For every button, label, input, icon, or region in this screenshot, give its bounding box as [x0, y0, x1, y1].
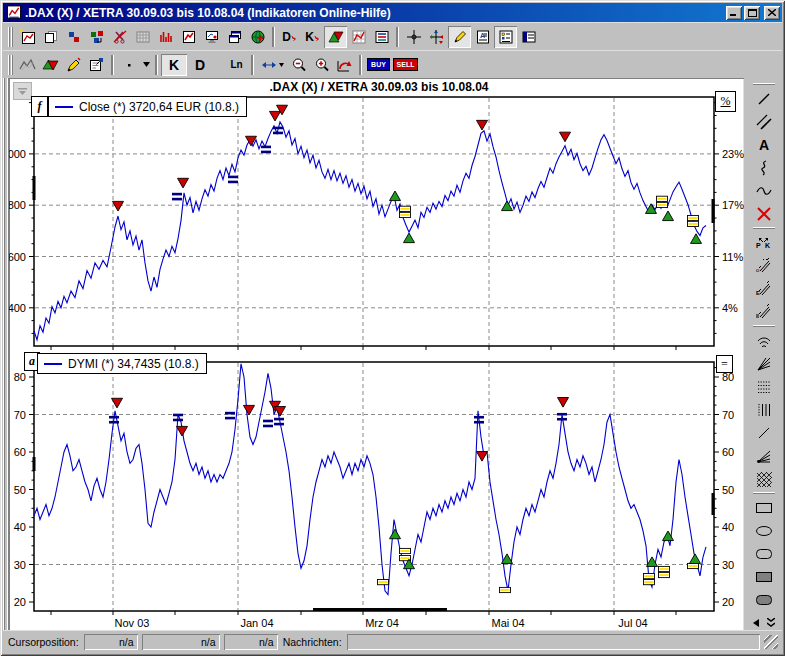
- toolbar-grip[interactable]: [7, 27, 14, 47]
- legend-line-sample: [55, 106, 73, 108]
- trend-pencil-e-icon[interactable]: E: [749, 277, 778, 300]
- weekly-button[interactable]: K: [301, 26, 324, 48]
- toolbar-separator: [396, 27, 399, 47]
- toolbar-grip[interactable]: [753, 83, 775, 85]
- minimize-button[interactable]: [726, 6, 742, 20]
- object-list-button[interactable]: [494, 26, 517, 48]
- toolbar-grip[interactable]: [753, 227, 775, 229]
- properties-icon[interactable]: [85, 54, 108, 76]
- toolbar-grip[interactable]: [7, 55, 14, 75]
- svg-text:3800: 3800: [9, 199, 26, 211]
- indicator-list-icon[interactable]: [370, 26, 393, 48]
- crosshair-icon[interactable]: [402, 26, 425, 48]
- volume-icon[interactable]: [154, 26, 177, 48]
- title-bar[interactable]: .DAX (X) / XETRA 30.09.03 bis 10.08.04 (…: [3, 3, 782, 22]
- bar-label: D: [195, 58, 205, 72]
- svg-text:11%: 11%: [722, 251, 743, 263]
- point-style-button[interactable]: [117, 54, 140, 76]
- candle-chart-button[interactable]: K: [161, 54, 187, 76]
- ellipse-icon[interactable]: [749, 519, 778, 542]
- maximize-button[interactable]: [744, 6, 760, 20]
- toolbar-separator: [359, 55, 362, 75]
- svg-text:Jul 04: Jul 04: [618, 617, 647, 629]
- toolbar-grip[interactable]: [753, 492, 775, 494]
- drawing-toolbar: A PK o E: [745, 79, 782, 631]
- filled-rectangle-icon[interactable]: [749, 565, 778, 588]
- candle-label: K: [169, 58, 179, 72]
- cursor-position-label: Cursorposition:: [5, 636, 82, 648]
- portfolio-icon[interactable]: [85, 26, 108, 48]
- cursor-y-field: n/a: [224, 634, 278, 650]
- bar-chart-button[interactable]: D: [187, 54, 213, 76]
- buy-button[interactable]: BUY: [365, 54, 392, 76]
- grid-icon[interactable]: [131, 26, 154, 48]
- toolbar-scroll-more-icon[interactable]: [767, 613, 775, 631]
- freehand-icon[interactable]: [749, 156, 778, 179]
- parallel-lines-icon[interactable]: [749, 110, 778, 133]
- unlink-icon[interactable]: [108, 26, 131, 48]
- trend-pencil-a-icon[interactable]: o: [749, 254, 778, 277]
- pane2-legend-text: DYMI (*) 34,7435 (10.8.): [68, 357, 199, 371]
- speed-lines-icon[interactable]: [749, 444, 778, 467]
- cascade-windows-icon[interactable]: [223, 26, 246, 48]
- copy-icon[interactable]: [39, 26, 62, 48]
- pane2-scale-button[interactable]: =: [716, 355, 733, 373]
- svg-text:4000: 4000: [9, 148, 26, 160]
- trend-line-icon[interactable]: [749, 87, 778, 110]
- signals-toggle-icon[interactable]: [39, 54, 62, 76]
- pk-levels-icon[interactable]: PK: [749, 231, 778, 254]
- line-chart-icon[interactable]: [177, 26, 200, 48]
- h-expand-button[interactable]: [257, 54, 287, 76]
- draw-pencil-button[interactable]: [448, 26, 471, 48]
- zoom-in-icon[interactable]: [310, 54, 333, 76]
- svg-text:50: 50: [722, 484, 734, 496]
- highlighter-icon[interactable]: [62, 54, 85, 76]
- reset-zoom-icon[interactable]: [333, 54, 356, 76]
- pane1-function-button[interactable]: f: [31, 96, 48, 117]
- signals-button[interactable]: [324, 26, 347, 48]
- fibonacci-arcs-icon[interactable]: [749, 329, 778, 352]
- new-chart-icon[interactable]: [16, 26, 39, 48]
- rectangle-icon[interactable]: [749, 496, 778, 519]
- move-axis-icon[interactable]: [425, 26, 448, 48]
- monitor-icon[interactable]: [200, 26, 223, 48]
- news-label: Nachrichten:: [280, 636, 345, 648]
- toolbar-scroll-left-icon[interactable]: [753, 613, 759, 631]
- toolbar-grip[interactable]: [753, 325, 775, 327]
- resize-grip[interactable]: [764, 635, 778, 649]
- delete-object-icon[interactable]: [749, 202, 778, 225]
- toolbar-separator: [155, 55, 158, 75]
- svg-text:17%: 17%: [722, 199, 744, 211]
- log-scale-button[interactable]: Ln: [225, 54, 248, 76]
- pane1-legend-text: Close (*) 3720,64 EUR (10.8.): [79, 100, 239, 114]
- daily-button[interactable]: D: [278, 26, 301, 48]
- svg-text:40: 40: [722, 521, 734, 533]
- sell-button[interactable]: SELL: [392, 54, 419, 76]
- gann-grid-icon[interactable]: [749, 467, 778, 490]
- data-table-icon[interactable]: [517, 26, 540, 48]
- pane2-legend[interactable]: DYMI (*) 34,7435 (10.8.): [37, 353, 207, 374]
- text-tool-icon[interactable]: A: [749, 133, 778, 156]
- close-icon[interactable]: [764, 6, 780, 20]
- filled-rounded-rectangle-icon[interactable]: [749, 588, 778, 611]
- toolbar-separator: [251, 55, 254, 75]
- curve-icon[interactable]: [749, 179, 778, 202]
- text-note-icon[interactable]: A: [471, 26, 494, 48]
- compare-icon[interactable]: [62, 26, 85, 48]
- pane1-percent-scale-button[interactable]: %: [715, 91, 736, 112]
- svg-text:30: 30: [14, 559, 26, 571]
- web-icon[interactable]: [246, 26, 269, 48]
- retracement-levels-icon[interactable]: [749, 375, 778, 398]
- zigzag-icon[interactable]: [16, 54, 39, 76]
- point-style-dropdown[interactable]: [140, 54, 152, 76]
- pane1-legend[interactable]: Close (*) 3720,64 EUR (10.8.): [48, 96, 247, 117]
- indicator-grid-icon[interactable]: [347, 26, 370, 48]
- single-line-icon[interactable]: [749, 421, 778, 444]
- trend-pencil-x-icon[interactable]: [749, 300, 778, 323]
- fibonacci-fan-icon[interactable]: [749, 352, 778, 375]
- daily-label: D: [282, 31, 291, 43]
- zoom-out-icon[interactable]: [287, 54, 310, 76]
- vertical-lines-icon[interactable]: [749, 398, 778, 421]
- svg-text:80: 80: [14, 371, 26, 383]
- rounded-rectangle-icon[interactable]: [749, 542, 778, 565]
